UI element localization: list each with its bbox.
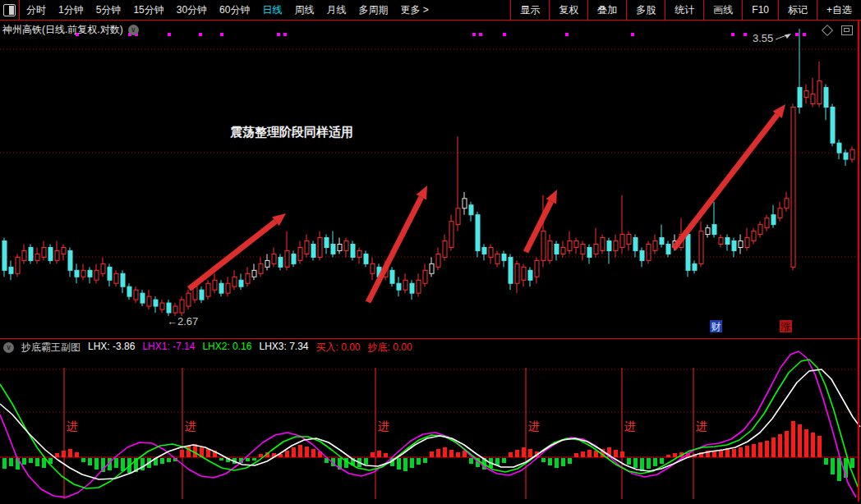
candle-body bbox=[173, 306, 177, 313]
oscillator-bar bbox=[259, 454, 263, 457]
candle-body bbox=[29, 247, 33, 260]
tool-menu-item[interactable]: 显示 bbox=[510, 0, 549, 20]
candle-body bbox=[88, 270, 92, 277]
candle-body bbox=[837, 143, 841, 153]
period-menu-item[interactable]: 月线 bbox=[326, 3, 346, 17]
panel-toggle-icon[interactable] bbox=[3, 4, 16, 16]
indicator-name[interactable]: 抄底霸王副图 bbox=[21, 341, 81, 355]
candle-body bbox=[686, 235, 690, 271]
period-menu-item[interactable]: 周线 bbox=[294, 3, 314, 17]
candle-body bbox=[22, 250, 26, 260]
candle-body bbox=[423, 270, 427, 283]
oscillator-bar bbox=[515, 450, 519, 457]
candle-body bbox=[298, 247, 302, 260]
oscillator-bar bbox=[94, 458, 99, 470]
oscillator-bar bbox=[403, 458, 407, 471]
oscillator-bar bbox=[732, 449, 736, 457]
candle-body bbox=[318, 238, 322, 258]
tool-menu-item[interactable]: 复权 bbox=[549, 0, 587, 20]
window-right-border bbox=[858, 21, 859, 502]
signal-label: 进 bbox=[185, 419, 196, 433]
candle-body bbox=[325, 238, 329, 248]
tool-menu-item[interactable]: F10 bbox=[742, 0, 778, 20]
indicator-field: LHX1: -7.14 bbox=[142, 341, 195, 355]
candle-body bbox=[601, 238, 605, 251]
candle-body bbox=[581, 245, 585, 254]
candle-body bbox=[134, 290, 138, 300]
candle-body bbox=[2, 241, 7, 271]
tool-menu-item[interactable]: 多股 bbox=[626, 0, 665, 20]
tool-menu: 显示复权叠加多股统计画线F10标记+自选 bbox=[510, 0, 861, 20]
candle-body bbox=[114, 273, 118, 283]
oscillator-bar bbox=[219, 458, 223, 460]
tool-menu-item[interactable]: 统计 bbox=[665, 0, 703, 20]
candle-body bbox=[693, 263, 697, 270]
oscillator-bar bbox=[640, 458, 644, 471]
oscillator-bar bbox=[186, 446, 191, 457]
candle-body bbox=[732, 241, 736, 251]
period-menu-item[interactable]: 多周期 bbox=[358, 3, 388, 17]
candle-body bbox=[305, 241, 309, 254]
oscillator-bar bbox=[206, 449, 210, 457]
candle-body bbox=[495, 254, 500, 263]
candle-body bbox=[200, 290, 204, 300]
stock-title: 神州高铁(日线.前复权.对数) bbox=[2, 23, 123, 37]
period-menu-item[interactable]: 日线 bbox=[262, 3, 282, 17]
candle-body bbox=[463, 199, 467, 208]
oscillator-bar bbox=[305, 447, 309, 457]
signal-dot bbox=[565, 33, 569, 36]
oscillator-bar bbox=[620, 451, 624, 457]
period-menu-item[interactable]: 5分钟 bbox=[96, 3, 122, 17]
candle-body bbox=[725, 238, 730, 245]
period-menu-item[interactable]: 60分钟 bbox=[219, 3, 250, 17]
trend-arrow bbox=[526, 201, 551, 252]
oscillator-bar bbox=[791, 421, 795, 457]
oscillator-bar bbox=[443, 447, 447, 457]
period-menu-item[interactable]: 分时 bbox=[26, 3, 46, 17]
oscillator-bar bbox=[469, 458, 473, 464]
oscillator-bar bbox=[160, 458, 164, 464]
tool-menu-item[interactable]: +自选 bbox=[817, 0, 861, 20]
chart-canvas[interactable]: 进进进进进进震荡整理阶段同样适用3.55←2.67财涨 bbox=[0, 0, 861, 504]
diamond-icon[interactable] bbox=[822, 25, 833, 36]
candle-body bbox=[68, 250, 72, 270]
oscillator-bar bbox=[666, 455, 670, 457]
tool-menu-item[interactable]: 标记 bbox=[778, 0, 817, 20]
candle-body bbox=[213, 280, 217, 290]
candle-body bbox=[219, 283, 223, 293]
pane-separator[interactable] bbox=[0, 338, 861, 339]
candle-body bbox=[778, 208, 782, 218]
oscillator-bar bbox=[581, 451, 585, 457]
candle-body bbox=[81, 270, 85, 277]
magenta-oscillator-line bbox=[0, 351, 856, 497]
candle-body bbox=[561, 247, 565, 254]
candle-body bbox=[140, 293, 145, 303]
period-menu-item[interactable]: 1分钟 bbox=[58, 3, 84, 17]
indicator-field: 抄底: 0.00 bbox=[368, 341, 412, 355]
candle-body bbox=[279, 257, 283, 267]
candle-body bbox=[640, 250, 644, 260]
candle-body bbox=[311, 245, 315, 258]
period-menu-item[interactable]: 更多 > bbox=[400, 3, 428, 17]
restore-window-icon[interactable] bbox=[841, 25, 853, 35]
candle-body bbox=[633, 238, 638, 251]
oscillator-bar bbox=[180, 450, 184, 457]
tool-menu-item[interactable]: 叠加 bbox=[587, 0, 626, 20]
signal-dot bbox=[744, 33, 747, 36]
oscillator-bar bbox=[81, 458, 85, 462]
collapse-main-icon[interactable]: ∨ bbox=[128, 25, 139, 35]
oscillator-bar bbox=[35, 458, 39, 466]
marker-badge: 涨 bbox=[780, 321, 791, 332]
candle-body bbox=[515, 263, 519, 283]
oscillator-bar bbox=[811, 433, 815, 457]
collapse-sub-icon[interactable]: ∨ bbox=[3, 342, 14, 353]
oscillator-bar bbox=[673, 453, 677, 457]
signal-dot bbox=[220, 33, 223, 36]
candle-body bbox=[535, 260, 539, 277]
period-menu-item[interactable]: 15分钟 bbox=[133, 3, 163, 17]
tool-menu-item[interactable]: 画线 bbox=[703, 0, 742, 20]
oscillator-bar bbox=[246, 458, 250, 461]
period-menu-item[interactable]: 30分钟 bbox=[177, 3, 207, 17]
low-price-label: ←2.67 bbox=[167, 315, 198, 328]
oscillator-bar bbox=[311, 449, 315, 457]
